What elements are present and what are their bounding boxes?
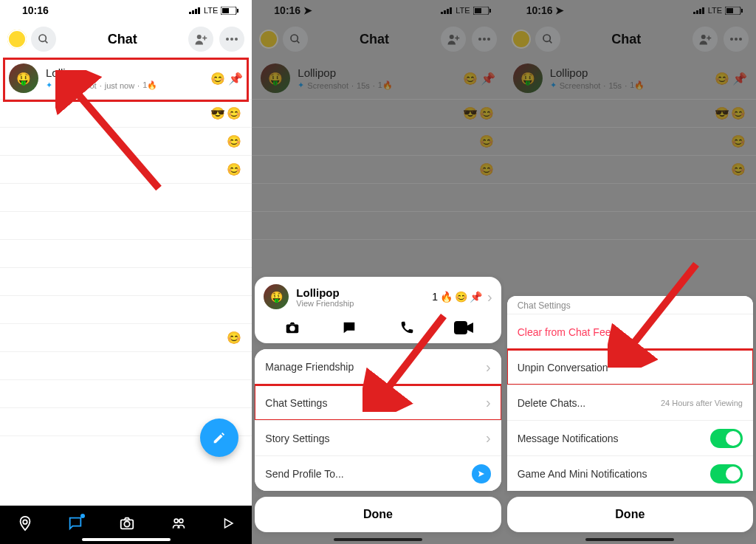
snap-button[interactable] [275, 320, 310, 336]
call-button[interactable] [389, 320, 425, 336]
chat-row-lollipop[interactable]: 🤑 Lollipop ✦ Screenshot · just now · 1🔥 … [0, 58, 252, 100]
video-icon [454, 321, 473, 334]
contact-avatar[interactable]: 🤑 [9, 63, 38, 93]
chat-button[interactable] [331, 320, 367, 336]
svg-rect-22 [444, 10, 446, 14]
svg-rect-5 [237, 9, 238, 13]
list-item[interactable]: 😊 [0, 324, 252, 352]
pin-icon: 📌 [228, 72, 243, 86]
home-indicator[interactable] [585, 538, 674, 541]
delete-chats-option[interactable]: Delete Chats... 24 Hours after Viewing [507, 385, 753, 420]
home-indicator[interactable] [334, 538, 422, 541]
nav-camera[interactable] [118, 515, 136, 534]
svg-point-33 [478, 38, 481, 41]
new-chat-fab[interactable] [200, 419, 238, 457]
search-button[interactable] [31, 27, 56, 52]
game-notifications-toggle[interactable] [710, 464, 743, 483]
svg-rect-23 [447, 9, 449, 14]
svg-point-52 [730, 38, 733, 41]
list-item[interactable]: 😊 [0, 128, 252, 156]
nav-map[interactable] [17, 515, 33, 534]
svg-point-49 [701, 35, 706, 39]
message-notifications-option[interactable]: Message Notifications [507, 420, 753, 455]
contact-status: ✦ Screenshot · just now · 1🔥 [46, 80, 210, 90]
bff-emoji: 😊 [210, 72, 225, 86]
done-button[interactable]: Done [507, 497, 753, 532]
status-right: LTE [441, 6, 490, 15]
svg-line-8 [45, 41, 47, 43]
sheet-title: Chat Settings [507, 296, 753, 314]
svg-rect-40 [693, 12, 695, 14]
compose-icon [211, 430, 227, 446]
card-contact-name: Lollipop [296, 286, 354, 299]
unpin-conversation-option[interactable]: Unpin Conversation [507, 349, 753, 385]
nav-chat[interactable] [67, 515, 83, 534]
search-button [283, 27, 308, 52]
clear-from-feed-option[interactable]: Clear from Chat Feed [507, 314, 753, 349]
nav-stories[interactable] [170, 516, 188, 534]
svg-point-19 [179, 519, 183, 523]
list-item[interactable] [0, 184, 252, 212]
chat-header: Chat [252, 21, 504, 58]
send-profile-option[interactable]: Send Profile To... [255, 455, 501, 491]
svg-line-29 [297, 41, 299, 43]
video-button[interactable] [446, 320, 481, 336]
manage-friendship-option[interactable]: Manage Friendship [255, 349, 501, 385]
add-friend-button[interactable] [188, 27, 213, 52]
contact-name: Lollipop [46, 66, 210, 79]
signal-icon [441, 7, 453, 14]
done-button[interactable]: Done [255, 497, 501, 532]
list-item[interactable]: 😎😊 [0, 100, 252, 128]
profile-avatar[interactable] [7, 30, 27, 49]
svg-point-28 [291, 35, 298, 41]
svg-point-34 [483, 38, 486, 41]
svg-point-18 [174, 519, 178, 523]
phone-icon [399, 320, 415, 336]
contact-avatar[interactable]: 🤑 [264, 284, 289, 309]
battery-icon [473, 7, 491, 15]
svg-point-14 [235, 38, 238, 41]
home-indicator[interactable] [82, 538, 171, 541]
list-item[interactable] [0, 380, 252, 408]
add-friend-button [441, 27, 466, 52]
chat-header: Chat [0, 21, 252, 58]
svg-point-17 [124, 521, 129, 526]
list-item[interactable] [0, 352, 252, 380]
svg-point-54 [739, 38, 742, 41]
game-notifications-option[interactable]: Game And Mini Notifications [507, 455, 753, 491]
chat-settings-option[interactable]: Chat Settings [255, 385, 501, 420]
message-notifications-toggle[interactable] [710, 429, 743, 448]
context-menu: Manage Friendship Chat Settings Story Se… [255, 349, 501, 491]
svg-rect-26 [489, 9, 491, 13]
svg-rect-42 [699, 9, 701, 14]
list-item[interactable] [0, 268, 252, 296]
list-item[interactable] [0, 240, 252, 268]
profile-card[interactable]: 🤑 Lollipop View Friendship 1🔥😊📌 › [255, 277, 501, 343]
svg-point-30 [449, 35, 453, 39]
list-item[interactable] [0, 212, 252, 240]
svg-point-47 [543, 35, 550, 41]
nav-spotlight[interactable] [221, 516, 235, 534]
svg-rect-38 [454, 321, 467, 334]
svg-point-7 [39, 35, 46, 41]
svg-rect-43 [702, 7, 704, 14]
camera-icon [283, 320, 302, 336]
more-button[interactable] [219, 27, 244, 52]
svg-point-53 [735, 38, 738, 41]
card-meta: 1🔥😊📌 › [432, 289, 492, 306]
status-time: 10:16 [22, 4, 49, 16]
list-item[interactable]: 😊 [0, 156, 252, 184]
chat-settings-sheet: Chat Settings Clear from Chat Feed Unpin… [507, 296, 753, 544]
svg-rect-46 [726, 8, 733, 13]
send-icon [472, 464, 491, 483]
list-item[interactable] [0, 296, 252, 324]
profile-avatar [259, 30, 278, 49]
chat-list[interactable]: 🤑 Lollipop ✦ Screenshot · just now · 1🔥 … [0, 58, 252, 506]
svg-point-37 [289, 326, 295, 331]
svg-point-12 [226, 38, 229, 41]
svg-rect-1 [192, 10, 194, 14]
status-right: LTE [189, 6, 238, 15]
view-friendship-link[interactable]: View Friendship [296, 299, 354, 308]
status-bar: 10:16 ➤ LTE [504, 0, 756, 21]
story-settings-option[interactable]: Story Settings [255, 420, 501, 455]
